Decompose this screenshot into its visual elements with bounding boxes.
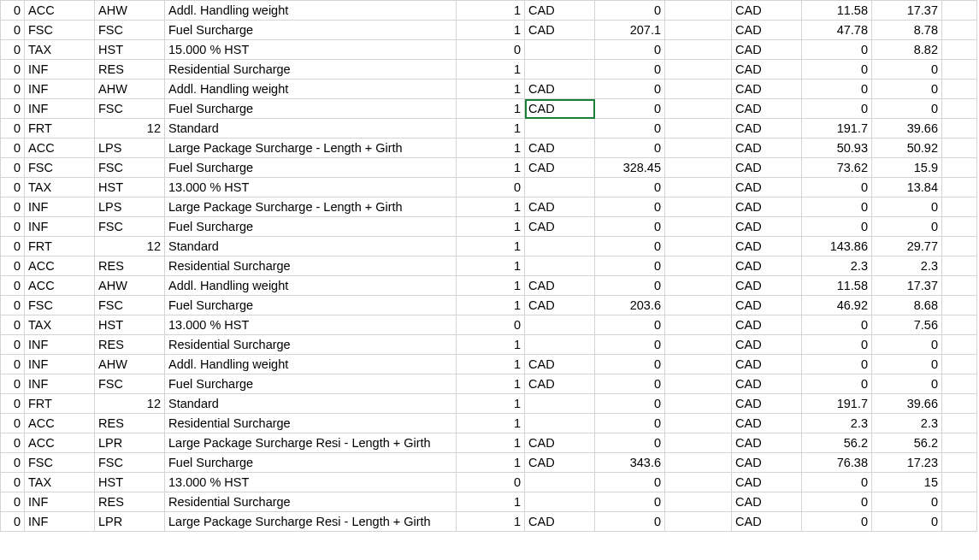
cell[interactable]: 8.78 [872,21,942,40]
cell[interactable]: 0 [872,99,942,119]
cell[interactable]: Fuel Surcharge [165,453,457,473]
cell[interactable]: 50.92 [872,139,942,158]
cell[interactable]: 0 [802,40,872,60]
cell[interactable]: 0 [1,315,25,335]
cell[interactable]: CAD [732,158,802,178]
cell[interactable]: 0 [457,315,525,335]
cell[interactable]: 1 [457,1,525,21]
cell[interactable]: 1 [457,237,525,256]
cell[interactable]: 0 [872,335,942,355]
cell[interactable]: INF [25,197,95,217]
cell[interactable]: 1 [457,374,525,394]
cell[interactable]: INF [25,99,95,119]
cell[interactable] [665,433,732,453]
cell[interactable]: 0 [595,355,665,374]
cell[interactable] [525,40,595,60]
cell[interactable] [942,99,977,119]
cell[interactable]: 17.23 [872,453,942,473]
cell[interactable]: 0 [802,374,872,394]
cell[interactable]: CAD [732,21,802,40]
cell[interactable]: 29.77 [872,237,942,256]
cell[interactable] [665,139,732,158]
cell[interactable]: 13.84 [872,178,942,197]
cell[interactable]: 0 [595,80,665,99]
cell[interactable]: 0 [595,433,665,453]
cell[interactable]: FSC [95,453,165,473]
cell[interactable] [942,237,977,256]
cell[interactable]: INF [25,374,95,394]
cell[interactable]: INF [25,492,95,512]
cell[interactable]: HST [95,178,165,197]
cell[interactable]: 17.37 [872,1,942,21]
cell[interactable]: 1 [457,492,525,512]
cell[interactable]: CAD [732,453,802,473]
cell[interactable] [525,492,595,512]
cell[interactable] [525,473,595,492]
cell[interactable] [665,335,732,355]
cell[interactable]: 0 [802,178,872,197]
cell[interactable]: 1 [457,99,525,119]
cell[interactable]: 0 [1,99,25,119]
cell[interactable] [525,414,595,433]
cell[interactable]: CAD [525,197,595,217]
cell[interactable]: FSC [25,296,95,315]
cell[interactable] [942,256,977,276]
cell[interactable] [942,158,977,178]
cell[interactable]: INF [25,335,95,355]
cell[interactable]: Standard [165,237,457,256]
cell[interactable] [665,374,732,394]
cell[interactable]: TAX [25,315,95,335]
cell[interactable]: 13.000 % HST [165,473,457,492]
cell[interactable]: 207.1 [595,21,665,40]
cell[interactable]: Addl. Handling weight [165,276,457,296]
cell[interactable]: 11.58 [802,1,872,21]
cell[interactable]: Residential Surcharge [165,335,457,355]
cell[interactable]: CAD [525,433,595,453]
cell[interactable]: CAD [732,197,802,217]
cell[interactable]: CAD [732,394,802,414]
cell[interactable]: CAD [732,355,802,374]
cell[interactable]: Large Package Surcharge Resi - Length + … [165,433,457,453]
cell[interactable]: CAD [732,178,802,197]
cell[interactable]: 0 [802,217,872,237]
cell[interactable]: Residential Surcharge [165,414,457,433]
cell[interactable] [525,315,595,335]
cell[interactable]: 0 [595,512,665,532]
cell[interactable]: 1 [457,335,525,355]
cell[interactable] [942,374,977,394]
cell[interactable]: 0 [1,40,25,60]
cell[interactable]: FSC [95,21,165,40]
cell[interactable] [665,178,732,197]
cell[interactable]: 15.9 [872,158,942,178]
cell[interactable]: FSC [95,99,165,119]
cell[interactable]: 1 [457,60,525,80]
cell[interactable]: Residential Surcharge [165,60,457,80]
cell[interactable]: LPS [95,139,165,158]
cell[interactable] [665,217,732,237]
cell[interactable]: ACC [25,276,95,296]
cell[interactable]: CAD [732,492,802,512]
cell[interactable]: 0 [1,80,25,99]
cell[interactable]: 0 [1,178,25,197]
cell[interactable]: 0 [1,296,25,315]
cell[interactable] [942,197,977,217]
cell[interactable]: 1 [457,355,525,374]
cell[interactable] [942,1,977,21]
cell[interactable] [665,80,732,99]
cell[interactable]: 1 [457,453,525,473]
cell[interactable]: Fuel Surcharge [165,158,457,178]
cell[interactable]: 1 [457,276,525,296]
cell[interactable]: CAD [732,473,802,492]
cell[interactable]: 8.82 [872,40,942,60]
cell[interactable]: 46.92 [802,296,872,315]
cell[interactable]: 0 [595,492,665,512]
cell[interactable]: 0 [595,119,665,139]
cell[interactable]: INF [25,512,95,532]
cell[interactable]: CAD [732,414,802,433]
cell[interactable] [525,60,595,80]
cell[interactable] [665,473,732,492]
cell[interactable] [665,21,732,40]
cell[interactable]: RES [95,60,165,80]
cell[interactable]: 0 [1,217,25,237]
cell[interactable]: LPR [95,512,165,532]
